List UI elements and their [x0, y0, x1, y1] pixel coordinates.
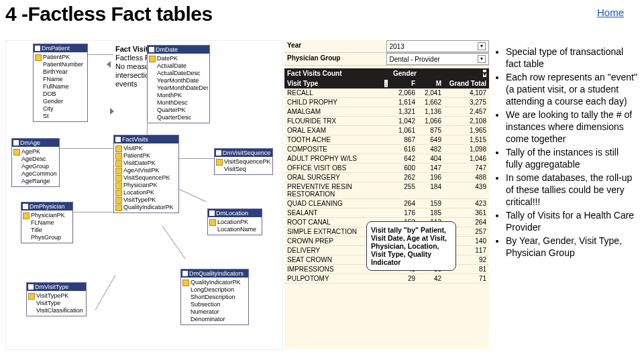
field-name: MonthDesc	[157, 99, 208, 107]
field-name: AgeDesc	[21, 156, 58, 163]
table-visittype: DmVisitType VisitTypePKVisitTypeVisitCla…	[26, 282, 87, 316]
row-type: ORAL EXAM	[284, 126, 390, 135]
pivot-row: OFFICE VISIT OBS600147747	[284, 164, 489, 173]
dropdown-icon[interactable]: ▾	[483, 70, 486, 77]
header-gender: Gender▾	[390, 68, 489, 78]
filter-value[interactable]: Dental - Provider▾	[386, 53, 490, 65]
connector	[72, 212, 113, 213]
field-name: VisitSeq	[224, 166, 271, 173]
pivot-header: Fact Visits Count Gender▾	[284, 68, 489, 78]
field-row: ActualDateDesc	[149, 70, 208, 77]
field-row: AgeRange	[13, 178, 58, 185]
row-total: 423	[443, 199, 489, 208]
row-m: 482	[417, 145, 443, 154]
field-name: QualityIndicatorPK	[191, 279, 247, 286]
row-type: RECALL	[284, 88, 390, 97]
table-loc: DmLocation LocationPKLocationName	[207, 208, 262, 235]
table-title: FactVisits	[122, 136, 148, 143]
callout-box: Visit tally "by" Patient, Visit Date, Ag…	[366, 221, 456, 271]
bullet-item: We are looking to tally the # of instanc…	[506, 109, 637, 145]
col-grandtotal: Grand Total	[443, 78, 489, 88]
sub-visittype: Visit Type↓	[284, 78, 390, 88]
row-f: 867	[390, 135, 417, 144]
field-name: VisitTypePK	[123, 196, 177, 204]
pivot-row: ORAL EXAM1,0618751,965	[284, 126, 489, 135]
field-row: FName	[35, 76, 86, 83]
field-row: PhysGroup	[23, 234, 71, 241]
row-total: 361	[443, 208, 489, 217]
key-icon	[182, 280, 189, 286]
field-name: VisitType	[36, 300, 85, 307]
bullet-item: Special type of transactional fact table	[506, 46, 637, 70]
field-name: QualityIndicatorPK	[123, 204, 177, 211]
row-m: 1,066	[417, 117, 443, 125]
home-link[interactable]: Home	[597, 7, 624, 18]
row-f: 255	[390, 182, 417, 198]
field-name: AgeAtVisitPK	[123, 167, 177, 174]
connector	[87, 54, 113, 55]
field-name: YearMonthDate	[157, 77, 208, 84]
dropdown-icon[interactable]: ↓	[384, 80, 388, 87]
filter-label: Physician Group	[284, 53, 386, 65]
row-total: 1,965	[443, 126, 489, 135]
bullet-item: Tally of Visits for a Health Care Provid…	[506, 209, 637, 233]
row-m: 185	[417, 208, 443, 217]
field-row: VisitSequencePK	[216, 158, 271, 166]
key-icon	[28, 293, 35, 300]
row-f: 1,042	[390, 117, 417, 125]
table-seq: DmVisitSequence VisitSequencePKVisitSeq	[214, 148, 273, 175]
row-m: 196	[417, 173, 443, 182]
field-row: Numerator	[182, 308, 247, 316]
row-f: 29	[390, 274, 417, 283]
row-m: 147	[417, 164, 443, 172]
row-type: COMPOSITE	[284, 145, 390, 154]
pivot-row: FLOURIDE TRX1,0421,0662,108	[284, 117, 489, 126]
key-icon	[115, 160, 122, 167]
filter-label: Year	[284, 40, 386, 52]
bullet-item: By Year, Gender, Visit Type, Physician G…	[506, 235, 637, 259]
field-name: ActualDate	[157, 62, 208, 70]
table-body: PatientPKPatientNumberBirthYearFNameFull…	[34, 52, 87, 121]
field-row: Denominator	[182, 316, 247, 323]
field-name: PhysicianPK	[123, 182, 177, 189]
field-name: VisitClassification	[36, 307, 85, 314]
field-name: VisitTypePK	[36, 292, 85, 300]
field-name: PatientPK	[123, 152, 177, 160]
table-title: DmQualityIndicators	[189, 270, 244, 277]
field-name: PhysGroup	[31, 234, 71, 241]
field-name: VisitSequencePK	[224, 158, 271, 166]
filter-value[interactable]: 2013▾	[386, 40, 490, 52]
table-icon	[149, 47, 154, 52]
pivot-row: ORAL SURGERY262196488	[284, 173, 489, 182]
field-name: Title	[31, 227, 71, 234]
row-f: 262	[390, 173, 417, 182]
field-row: ShortDescription	[182, 294, 247, 301]
row-f: 2,066	[390, 88, 417, 97]
field-name: ShortDescription	[191, 294, 247, 301]
key-icon	[216, 159, 223, 166]
field-row: Title	[23, 227, 71, 234]
field-row: YearMonthDateDesc	[149, 84, 208, 92]
pivot-row: SEALANT176185361	[284, 208, 489, 218]
field-row: VisitSeq	[216, 166, 271, 173]
field-row: AgeGroup	[13, 163, 58, 170]
row-type: AMALGAM	[284, 107, 390, 116]
field-row: PhysicianPK	[23, 212, 71, 219]
dropdown-icon[interactable]: ▾	[478, 55, 486, 63]
field-row: ActualDate	[149, 62, 208, 70]
dropdown-icon[interactable]: ▾	[478, 42, 486, 50]
row-total: 2,108	[443, 117, 489, 125]
chevron-right-icon	[110, 108, 114, 115]
pivot-filter: Year2013▾	[284, 40, 489, 53]
table-title: DmPatient	[42, 45, 70, 52]
chevron-left-icon	[107, 61, 111, 68]
row-total: 3,275	[443, 98, 489, 107]
row-type: PULPOTOMY	[284, 274, 390, 283]
key-icon	[115, 197, 122, 204]
field-row: PhysicianPK	[115, 182, 177, 189]
row-total: 71	[443, 274, 489, 283]
field-row: VisitPK	[115, 145, 177, 152]
field-name: FullName	[43, 83, 86, 90]
col-m: M	[417, 78, 443, 88]
field-name: QuarterDesc	[157, 114, 208, 121]
